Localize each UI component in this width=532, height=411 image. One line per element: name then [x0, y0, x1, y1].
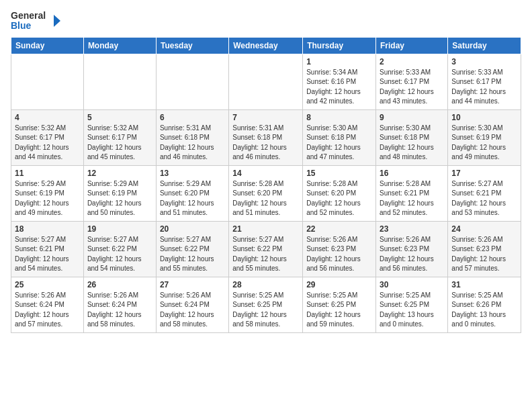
weekday-header-tuesday: Tuesday [156, 37, 228, 54]
day-number: 9 [380, 113, 444, 122]
day-info: Sunrise: 5:30 AM Sunset: 6:18 PM Dayligh… [306, 124, 372, 163]
calendar-cell: 1Sunrise: 5:34 AM Sunset: 6:16 PM Daylig… [303, 54, 376, 109]
day-number: 28 [232, 280, 299, 289]
day-info: Sunrise: 5:26 AM Sunset: 6:23 PM Dayligh… [380, 235, 444, 274]
day-info: Sunrise: 5:27 AM Sunset: 6:22 PM Dayligh… [232, 235, 299, 274]
day-info: Sunrise: 5:25 AM Sunset: 6:26 PM Dayligh… [451, 291, 517, 330]
weekday-header-friday: Friday [376, 37, 448, 54]
day-info: Sunrise: 5:25 AM Sunset: 6:25 PM Dayligh… [380, 291, 444, 330]
calendar-cell: 24Sunrise: 5:26 AM Sunset: 6:23 PM Dayli… [448, 221, 521, 277]
day-number: 19 [87, 224, 152, 234]
logo: General Blue [11, 11, 63, 32]
day-info: Sunrise: 5:28 AM Sunset: 6:20 PM Dayligh… [232, 179, 299, 218]
calendar-cell [11, 54, 84, 109]
day-number: 20 [160, 224, 225, 234]
calendar-cell: 18Sunrise: 5:27 AM Sunset: 6:21 PM Dayli… [11, 221, 84, 277]
calendar-cell: 11Sunrise: 5:29 AM Sunset: 6:19 PM Dayli… [11, 165, 84, 221]
day-info: Sunrise: 5:33 AM Sunset: 6:17 PM Dayligh… [380, 68, 444, 107]
weekday-header-wednesday: Wednesday [229, 37, 303, 54]
calendar-cell: 3Sunrise: 5:33 AM Sunset: 6:17 PM Daylig… [448, 54, 521, 109]
day-number: 4 [15, 113, 80, 122]
day-info: Sunrise: 5:27 AM Sunset: 6:21 PM Dayligh… [15, 235, 80, 274]
day-info: Sunrise: 5:34 AM Sunset: 6:16 PM Dayligh… [306, 68, 372, 107]
calendar-cell: 25Sunrise: 5:26 AM Sunset: 6:24 PM Dayli… [11, 277, 84, 332]
calendar-cell: 7Sunrise: 5:31 AM Sunset: 6:18 PM Daylig… [229, 109, 303, 165]
day-info: Sunrise: 5:33 AM Sunset: 6:17 PM Dayligh… [451, 68, 517, 107]
logo-general: General [11, 11, 46, 21]
calendar-cell: 8Sunrise: 5:30 AM Sunset: 6:18 PM Daylig… [303, 109, 376, 165]
day-number: 30 [380, 280, 444, 289]
day-info: Sunrise: 5:25 AM Sunset: 6:25 PM Dayligh… [306, 291, 372, 330]
day-info: Sunrise: 5:25 AM Sunset: 6:25 PM Dayligh… [232, 291, 299, 330]
calendar-cell: 29Sunrise: 5:25 AM Sunset: 6:25 PM Dayli… [303, 277, 376, 332]
day-info: Sunrise: 5:29 AM Sunset: 6:20 PM Dayligh… [160, 179, 225, 218]
day-number: 3 [451, 57, 517, 66]
day-info: Sunrise: 5:28 AM Sunset: 6:21 PM Dayligh… [380, 179, 444, 218]
day-number: 2 [380, 57, 444, 66]
calendar-cell: 22Sunrise: 5:26 AM Sunset: 6:23 PM Dayli… [303, 221, 376, 277]
day-number: 18 [15, 224, 80, 234]
day-info: Sunrise: 5:27 AM Sunset: 6:22 PM Dayligh… [160, 235, 225, 274]
calendar-cell: 4Sunrise: 5:32 AM Sunset: 6:17 PM Daylig… [11, 109, 84, 165]
calendar-cell [229, 54, 303, 109]
day-info: Sunrise: 5:31 AM Sunset: 6:18 PM Dayligh… [160, 124, 225, 163]
calendar-cell: 26Sunrise: 5:26 AM Sunset: 6:24 PM Dayli… [83, 277, 156, 332]
calendar-cell: 15Sunrise: 5:28 AM Sunset: 6:20 PM Dayli… [303, 165, 376, 221]
day-info: Sunrise: 5:29 AM Sunset: 6:19 PM Dayligh… [87, 179, 152, 218]
day-number: 21 [232, 224, 299, 234]
calendar-cell: 2Sunrise: 5:33 AM Sunset: 6:17 PM Daylig… [376, 54, 448, 109]
day-info: Sunrise: 5:26 AM Sunset: 6:24 PM Dayligh… [160, 291, 225, 330]
day-info: Sunrise: 5:26 AM Sunset: 6:24 PM Dayligh… [87, 291, 152, 330]
calendar-cell: 12Sunrise: 5:29 AM Sunset: 6:19 PM Dayli… [83, 165, 156, 221]
day-info: Sunrise: 5:30 AM Sunset: 6:18 PM Dayligh… [380, 124, 444, 163]
day-number: 26 [87, 280, 152, 289]
calendar-cell: 6Sunrise: 5:31 AM Sunset: 6:18 PM Daylig… [156, 109, 228, 165]
day-number: 24 [451, 224, 517, 234]
calendar-cell: 14Sunrise: 5:28 AM Sunset: 6:20 PM Dayli… [229, 165, 303, 221]
calendar-table: SundayMondayTuesdayWednesdayThursdayFrid… [11, 37, 521, 333]
day-number: 22 [306, 224, 372, 234]
weekday-header-monday: Monday [83, 37, 156, 54]
calendar-cell: 30Sunrise: 5:25 AM Sunset: 6:25 PM Dayli… [376, 277, 448, 332]
calendar-cell [156, 54, 228, 109]
day-number: 16 [380, 169, 444, 178]
logo-blue: Blue [11, 21, 46, 31]
day-number: 25 [15, 280, 80, 289]
day-number: 17 [451, 169, 517, 178]
calendar-cell: 10Sunrise: 5:30 AM Sunset: 6:19 PM Dayli… [448, 109, 521, 165]
day-number: 1 [306, 57, 372, 66]
day-number: 13 [160, 169, 225, 178]
day-info: Sunrise: 5:30 AM Sunset: 6:19 PM Dayligh… [451, 124, 517, 163]
day-number: 23 [380, 224, 444, 234]
calendar-cell: 19Sunrise: 5:27 AM Sunset: 6:22 PM Dayli… [83, 221, 156, 277]
calendar-cell: 21Sunrise: 5:27 AM Sunset: 6:22 PM Dayli… [229, 221, 303, 277]
weekday-header-thursday: Thursday [303, 37, 376, 54]
calendar-cell: 28Sunrise: 5:25 AM Sunset: 6:25 PM Dayli… [229, 277, 303, 332]
calendar-cell: 27Sunrise: 5:26 AM Sunset: 6:24 PM Dayli… [156, 277, 228, 332]
day-number: 12 [87, 169, 152, 178]
day-number: 27 [160, 280, 225, 289]
day-info: Sunrise: 5:32 AM Sunset: 6:17 PM Dayligh… [87, 124, 152, 163]
day-number: 10 [451, 113, 517, 122]
calendar-cell: 5Sunrise: 5:32 AM Sunset: 6:17 PM Daylig… [83, 109, 156, 165]
calendar-cell: 31Sunrise: 5:25 AM Sunset: 6:26 PM Dayli… [448, 277, 521, 332]
day-number: 6 [160, 113, 225, 122]
day-number: 8 [306, 113, 372, 122]
weekday-header-sunday: Sunday [11, 37, 84, 54]
day-number: 7 [232, 113, 299, 122]
calendar-cell: 23Sunrise: 5:26 AM Sunset: 6:23 PM Dayli… [376, 221, 448, 277]
day-number: 31 [451, 280, 517, 289]
calendar-cell: 20Sunrise: 5:27 AM Sunset: 6:22 PM Dayli… [156, 221, 228, 277]
logo-arrow-icon [48, 13, 63, 28]
day-info: Sunrise: 5:27 AM Sunset: 6:22 PM Dayligh… [87, 235, 152, 274]
day-info: Sunrise: 5:31 AM Sunset: 6:18 PM Dayligh… [232, 124, 299, 163]
weekday-header-saturday: Saturday [448, 37, 521, 54]
day-number: 14 [232, 169, 299, 178]
calendar-cell: 17Sunrise: 5:27 AM Sunset: 6:21 PM Dayli… [448, 165, 521, 221]
calendar-cell: 13Sunrise: 5:29 AM Sunset: 6:20 PM Dayli… [156, 165, 228, 221]
day-number: 11 [15, 169, 80, 178]
calendar-cell: 16Sunrise: 5:28 AM Sunset: 6:21 PM Dayli… [376, 165, 448, 221]
calendar-cell [83, 54, 156, 109]
day-info: Sunrise: 5:29 AM Sunset: 6:19 PM Dayligh… [15, 179, 80, 218]
page-header: General Blue [11, 11, 521, 32]
